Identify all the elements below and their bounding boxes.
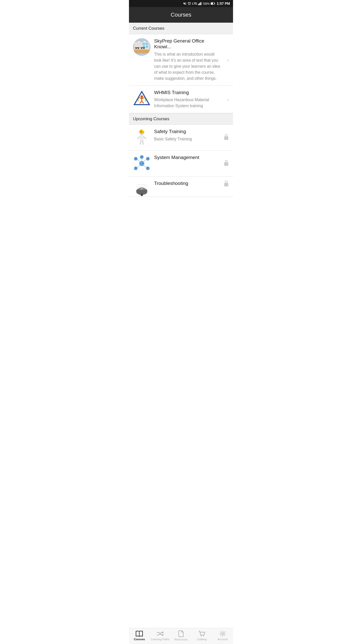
troubleshoot-icon: [133, 181, 150, 197]
svg-line-28: [142, 101, 144, 103]
course-title-whmis: WHMIS Training: [154, 90, 221, 96]
svg-rect-53: [224, 162, 228, 166]
course-info-skyprep: SkyPrep General Office Knowl... This is …: [154, 38, 229, 82]
svg-point-46: [146, 167, 150, 170]
svg-rect-17: [138, 48, 139, 49]
svg-rect-0: [198, 4, 199, 5]
course-desc-whmis: Workplace Hazardous Material Information…: [154, 97, 221, 109]
page-title: Courses: [171, 12, 191, 18]
whmis-icon: [133, 90, 150, 107]
current-courses-header: Current Courses: [129, 23, 233, 34]
svg-line-38: [143, 141, 143, 144]
svg-point-57: [141, 188, 143, 190]
course-item-safety[interactable]: S Safety Training Basic Safety Training: [129, 125, 233, 151]
page-header: Courses: [129, 7, 233, 23]
lock-svg-system: [223, 159, 229, 166]
svg-line-51: [144, 165, 146, 168]
svg-rect-4: [201, 2, 202, 5]
course-item-skyprep[interactable]: SkyPrep General Office Knowl... This is …: [129, 34, 233, 86]
svg-rect-56: [141, 193, 143, 196]
svg-line-35: [138, 137, 140, 139]
svg-rect-18: [141, 48, 142, 49]
svg-text:S: S: [141, 131, 142, 133]
svg-rect-7: [211, 3, 213, 5]
course-desc-skyprep: This is what an introduction would look …: [154, 51, 221, 82]
status-bar: LTE 58% 1:57 PM: [129, 0, 233, 7]
svg-point-45: [134, 167, 138, 170]
svg-rect-3: [201, 2, 201, 5]
svg-rect-58: [224, 183, 228, 186]
svg-rect-39: [224, 136, 228, 140]
lock-svg-safety: [223, 134, 229, 140]
course-title-skyprep: SkyPrep General Office Knowl...: [154, 38, 221, 50]
signal-icon: [198, 2, 202, 5]
svg-rect-2: [200, 3, 200, 5]
svg-point-44: [146, 157, 150, 160]
svg-point-47: [140, 155, 144, 159]
svg-line-50: [138, 165, 140, 168]
lock-svg-troubleshoot: [223, 180, 229, 187]
lte-indicator: LTE: [192, 2, 197, 5]
clock-time: 1:57 PM: [217, 2, 230, 6]
course-icon-troubleshoot: [133, 181, 151, 197]
course-info-safety: Safety Training Basic Safety Training: [154, 129, 229, 142]
battery-icon: [211, 2, 215, 5]
course-item-whmis[interactable]: WHMIS Training Workplace Hazardous Mater…: [129, 86, 233, 113]
chevron-icon-skyprep: ›: [227, 57, 229, 63]
mute-icon: [183, 2, 187, 5]
course-item-troubleshoot[interactable]: Troubleshooting: [129, 177, 233, 197]
svg-line-27: [140, 101, 142, 103]
courses-content: Current Courses: [129, 23, 233, 217]
svg-line-48: [138, 159, 140, 162]
alarm-icon: [188, 2, 191, 5]
course-thumb-skyprep: [133, 38, 151, 56]
svg-rect-6: [214, 3, 215, 4]
course-title-system: System Management: [154, 155, 221, 160]
system-icon: [133, 155, 150, 172]
office-thumbnail: [133, 38, 151, 56]
chevron-icon-whmis: ›: [227, 96, 229, 102]
course-info-system: System Management: [154, 155, 229, 162]
safety-icon: S: [133, 129, 150, 146]
svg-line-49: [144, 159, 146, 162]
course-desc-safety: Basic Safety Training: [154, 136, 221, 142]
lock-icon-safety: [223, 134, 229, 142]
svg-point-43: [134, 157, 138, 160]
course-title-safety: Safety Training: [154, 129, 221, 135]
course-icon-safety: S: [133, 129, 151, 146]
svg-rect-15: [141, 47, 145, 48]
upcoming-courses-header: Upcoming Courses: [129, 113, 233, 125]
course-info-troubleshoot: Troubleshooting: [154, 181, 229, 188]
lock-icon-troubleshoot: [223, 180, 229, 188]
svg-line-37: [140, 141, 141, 144]
course-title-troubleshoot: Troubleshooting: [154, 181, 221, 186]
course-info-whmis: WHMIS Training Workplace Hazardous Mater…: [154, 90, 229, 109]
svg-rect-16: [135, 48, 137, 49]
svg-rect-21: [144, 41, 146, 42]
course-icon-system: [133, 155, 151, 172]
svg-rect-1: [199, 3, 199, 5]
course-item-system[interactable]: System Management: [129, 151, 233, 177]
svg-rect-20: [138, 41, 140, 42]
status-icons: LTE 58% 1:57 PM: [183, 2, 230, 6]
battery-percent: 58%: [203, 2, 210, 6]
svg-line-36: [144, 137, 146, 139]
lock-icon-system: [223, 159, 229, 168]
course-icon-whmis: [133, 90, 151, 107]
svg-rect-14: [135, 47, 140, 48]
svg-rect-19: [143, 48, 145, 49]
